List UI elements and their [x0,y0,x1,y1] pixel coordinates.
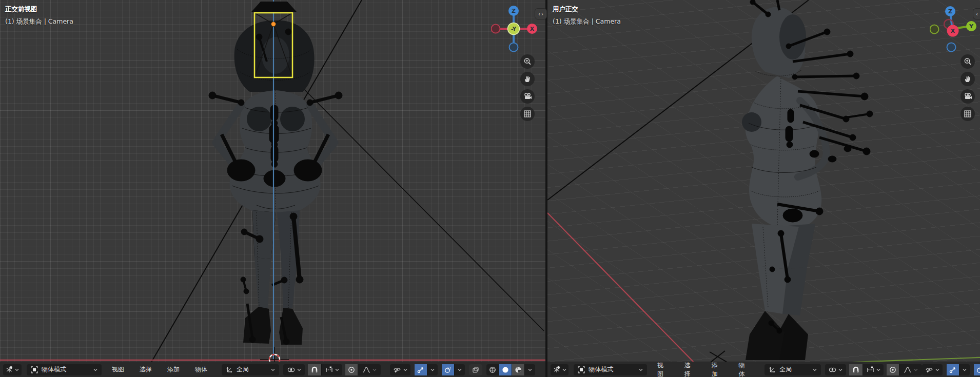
panel-resize-handle[interactable]: ‹› [535,8,547,19]
mode-dropdown[interactable]: 物体模式 [27,364,102,375]
gizmos-group [947,364,970,375]
grid-toggle-button[interactable] [520,107,535,121]
viewport-nav-buttons [961,54,976,124]
magnifier-plus-icon [964,57,972,66]
viewport-front-ortho[interactable]: 正交前视图 (1) 场景集合 | Camera Z X -Y [0,0,545,377]
object-visibility-group [390,364,410,375]
proportional-edit-toggle[interactable] [345,364,358,375]
show-overlays-toggle[interactable] [974,364,980,375]
snap-settings-dropdown[interactable] [863,364,884,375]
menu-select[interactable]: 选择 [139,364,153,375]
mode-dropdown[interactable]: 物体模式 [574,364,647,375]
scene-front-view[interactable] [0,0,545,362]
navigation-gizmo[interactable]: Z Y X [930,5,977,53]
shading-settings-dropdown[interactable] [524,364,535,375]
show-overlays-toggle[interactable] [442,364,454,375]
transform-orientation-dropdown[interactable]: 全局 [765,364,821,375]
viewport-user-ortho[interactable]: 用户正交 (1) 场景集合 | Camera Z Y X [547,0,980,377]
chevron-down-icon [528,368,532,371]
zoom-button[interactable] [961,54,975,69]
scene-user-view[interactable] [547,0,980,362]
gizmo-settings-dropdown[interactable] [427,364,438,375]
viewport-canvas[interactable] [0,0,545,362]
magnet-icon [311,366,318,373]
gizmo-y-label: Y [969,23,974,30]
editor-type-dropdown[interactable] [3,364,22,375]
grid-toggle-button[interactable] [961,107,975,121]
menu-add[interactable]: 添加 [711,362,724,377]
gizmos-group [415,364,438,375]
pivot-point-dropdown[interactable] [825,364,846,375]
overlays-settings-dropdown[interactable] [454,364,465,375]
pivot-point-dropdown[interactable] [283,364,305,375]
model-figure-front[interactable] [209,21,342,345]
falloff-curve-icon [904,366,912,373]
object-visibility-group [922,364,943,375]
proportional-falloff-dropdown[interactable] [899,364,922,375]
gizmo-axis-z-neg[interactable] [509,43,518,52]
navigation-gizmo[interactable]: Z X -Y [491,5,538,53]
viewport-display-controls [922,364,980,375]
show-gizmo-toggle[interactable] [415,364,427,375]
gizmo-z-label: Z [512,8,516,14]
editor-type-dropdown[interactable] [551,364,569,375]
show-gizmo-toggle[interactable] [947,364,959,375]
proportional-falloff-dropdown[interactable] [358,364,381,375]
proportional-edit-group [345,364,381,375]
gizmo-axis-z-neg[interactable] [947,43,956,52]
camera-view-button[interactable] [961,89,975,104]
gizmo-axis-x-neg[interactable] [492,25,500,33]
shading-mode-group [486,364,535,375]
viewport-header-toolbar: 物体模式 视图 选择 添加 物体 全局 [0,362,545,377]
transform-orientation-dropdown[interactable]: 全局 [222,364,279,375]
camera-icon [964,92,972,101]
chevron-down-icon [914,368,918,371]
zoom-button[interactable] [520,54,535,69]
shading-solid-button[interactable] [499,364,512,375]
menu-object[interactable]: 物体 [194,364,208,375]
orientation-label: 全局 [779,365,792,374]
overlays-group [974,364,980,375]
gizmo-z-label: Z [948,8,952,15]
gizmo-axis-y-neg[interactable] [930,25,939,34]
shading-wireframe-button[interactable] [486,364,499,375]
menu-add[interactable]: 添加 [166,364,181,375]
pan-button[interactable] [961,72,975,86]
snap-toggle-button[interactable] [308,364,321,375]
proportional-edit-toggle[interactable] [887,364,899,375]
chevron-down-icon [639,368,643,371]
orientation-global-icon [226,366,233,373]
proportional-edit-group [887,364,922,375]
object-visibility-dropdown[interactable] [390,364,410,375]
snap-settings-dropdown[interactable] [321,364,342,375]
hand-icon [523,75,532,83]
object-origin-point[interactable] [271,22,276,27]
object-visibility-dropdown[interactable] [922,364,943,375]
pivot-median-icon [287,366,295,373]
orientation-global-icon [769,366,776,373]
menu-bar: 视图 选择 添加 物体 [656,362,751,377]
eye-visibility-icon [925,366,933,373]
gizmo-x-label: X [951,28,955,34]
shading-material-button[interactable] [512,364,524,375]
toggle-xray-button[interactable] [469,364,482,375]
chevron-down-icon [335,368,339,371]
viewport-canvas[interactable] [547,0,980,362]
gizmo-settings-dropdown[interactable] [959,364,970,375]
menu-view[interactable]: 视图 [656,362,670,377]
axis-y-line [852,358,980,362]
construction-line [292,77,544,331]
snap-increment-icon [325,366,333,373]
chevron-down-icon [271,368,275,371]
cursor-3d[interactable] [260,347,289,362]
chevron-down-icon [838,368,842,371]
pan-button[interactable] [520,72,535,86]
model-figure-side[interactable] [742,0,873,360]
snap-toggle-button[interactable] [849,364,863,375]
menu-select[interactable]: 选择 [683,362,697,377]
camera-view-button[interactable] [520,89,535,104]
panel-collapse-handle[interactable]: ‹ [973,8,980,19]
menu-object[interactable]: 物体 [738,362,752,377]
menu-view[interactable]: 视图 [111,364,125,375]
snap-group [308,364,342,375]
